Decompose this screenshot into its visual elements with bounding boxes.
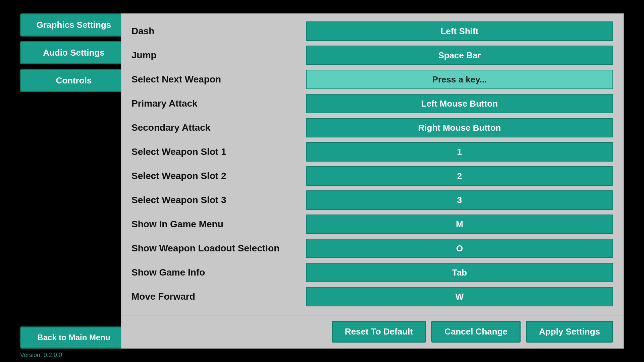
version-label: Version: 0.2.0.0 [20,352,62,359]
apply-settings-button[interactable]: Apply Settings [526,321,613,343]
controls-list: DashLeft ShiftJumpSpace BarSelect Next W… [121,14,623,315]
control-key-button[interactable]: Right Mouse Button [306,118,613,137]
action-bar: Reset To Default Cancel Change Apply Set… [121,315,623,348]
back-to-main-menu-button[interactable]: Back to Main Menu [20,326,127,349]
control-row: Secondary AttackRight Mouse Button [131,117,613,138]
control-key-button[interactable]: Press a key... [306,70,613,89]
control-key-button[interactable]: W [306,287,613,306]
control-row: Select Weapon Slot 11 [131,141,613,162]
control-action-label: Select Weapon Slot 2 [131,171,306,181]
controls-panel: DashLeft ShiftJumpSpace BarSelect Next W… [121,13,624,349]
control-row: Select Weapon Slot 33 [131,190,613,210]
sidebar: Graphics Settings Audio Settings Control… [20,13,127,92]
control-key-button[interactable]: Left Mouse Button [306,94,613,113]
control-action-label: Move Forward [131,291,306,302]
control-action-label: Secondary Attack [131,122,306,133]
control-action-label: Show In Game Menu [131,219,306,230]
control-action-label: Select Weapon Slot 1 [131,146,306,157]
control-row: Show Game InfoTab [131,262,613,283]
control-key-button[interactable]: 1 [306,142,613,162]
control-action-label: Show Game Info [131,267,306,278]
control-key-button[interactable]: Tab [306,263,613,282]
control-key-button[interactable]: M [306,215,613,234]
control-row: Move ForwardW [131,286,613,307]
control-key-button[interactable]: 2 [306,166,613,186]
control-action-label: Dash [131,26,306,37]
control-key-button[interactable]: Left Shift [306,21,613,41]
control-row: JumpSpace Bar [131,45,613,66]
control-key-button[interactable]: O [306,239,613,258]
reset-to-default-button[interactable]: Reset To Default [332,321,426,343]
control-row: Select Weapon Slot 22 [131,166,613,186]
cancel-change-button[interactable]: Cancel Change [431,321,521,343]
control-row: DashLeft Shift [131,21,613,42]
graphics-settings-button[interactable]: Graphics Settings [20,13,127,37]
audio-settings-button[interactable]: Audio Settings [20,41,127,64]
controls-button[interactable]: Controls [20,69,127,92]
control-row: Primary AttackLeft Mouse Button [131,93,613,114]
control-row: Show In Game MenuM [131,214,613,235]
control-row: Show Weapon Loadout SelectionO [131,238,613,259]
control-action-label: Select Next Weapon [131,74,306,85]
control-action-label: Show Weapon Loadout Selection [131,243,306,254]
control-action-label: Jump [131,50,306,61]
control-key-button[interactable]: Space Bar [306,46,613,65]
control-action-label: Primary Attack [131,98,306,109]
control-key-button[interactable]: 3 [306,190,613,210]
control-row: Select Next WeaponPress a key... [131,69,613,90]
control-action-label: Select Weapon Slot 3 [131,195,306,205]
